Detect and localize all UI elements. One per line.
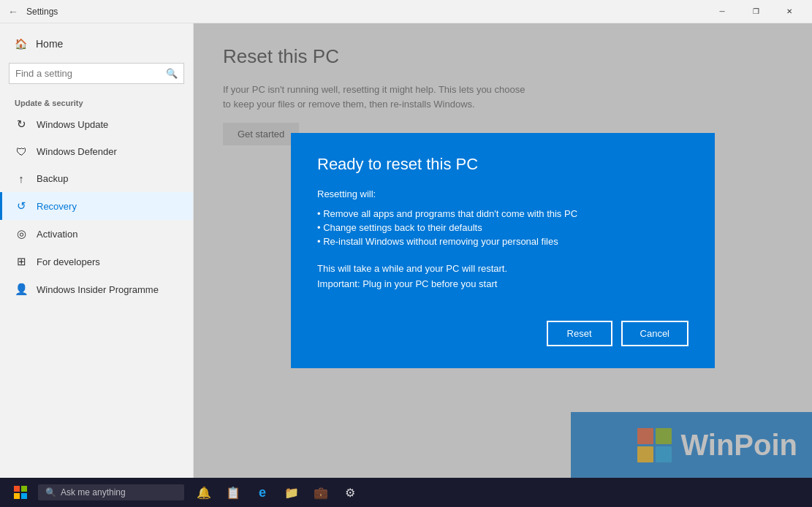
search-icon: 🔍 bbox=[160, 64, 183, 83]
developers-icon: ⊞ bbox=[15, 255, 28, 268]
start-button[interactable] bbox=[6, 478, 35, 507]
close-button[interactable]: ✕ bbox=[773, 0, 806, 23]
logo-square-blue bbox=[21, 493, 27, 499]
activation-icon: ◎ bbox=[15, 227, 28, 240]
dialog-buttons: Reset Cancel bbox=[317, 321, 688, 346]
restore-button[interactable]: ❐ bbox=[739, 0, 773, 23]
sidebar-item-recovery[interactable]: ↺ Recovery bbox=[0, 192, 193, 220]
windows-logo bbox=[14, 486, 27, 499]
dialog-note: This will take a while and your PC will … bbox=[317, 262, 688, 292]
taskbar-store-icon[interactable]: 💼 bbox=[307, 479, 335, 506]
taskbar-notification-icon[interactable]: 🔔 bbox=[190, 479, 218, 506]
list-item: Remove all apps and programs that didn't… bbox=[317, 207, 688, 221]
main-content: Reset this PC If your PC isn't running w… bbox=[194, 23, 812, 478]
logo-square-red bbox=[14, 486, 20, 492]
sidebar-item-backup[interactable]: ↑ Backup bbox=[0, 165, 193, 192]
update-icon: ↻ bbox=[15, 118, 28, 131]
insider-icon: 👤 bbox=[15, 283, 28, 296]
dialog-subtitle: Resetting will: bbox=[317, 188, 688, 199]
search-box[interactable]: 🔍 bbox=[9, 63, 184, 84]
sidebar-item-label: Activation bbox=[37, 229, 77, 240]
sidebar-item-label: Windows Insider Programme bbox=[37, 284, 159, 295]
sidebar-item-label: Backup bbox=[37, 173, 68, 184]
taskbar-search[interactable]: 🔍 Ask me anything bbox=[38, 484, 184, 500]
logo-square-green bbox=[21, 486, 27, 492]
taskbar-search-label: Ask me anything bbox=[61, 487, 126, 498]
list-item: Re-install Windows without removing your… bbox=[317, 235, 688, 248]
dialog-title: Ready to reset this PC bbox=[317, 155, 688, 174]
taskbar-edge-icon[interactable]: e bbox=[248, 479, 276, 506]
reset-button[interactable]: Reset bbox=[547, 321, 612, 346]
section-label: Update & security bbox=[0, 90, 193, 110]
sidebar: 🏠 Home 🔍 Update & security ↻ Windows Upd… bbox=[0, 23, 194, 478]
sidebar-item-label: For developers bbox=[37, 256, 100, 267]
sidebar-item-home[interactable]: 🏠 Home bbox=[0, 31, 193, 57]
sidebar-item-label: Recovery bbox=[37, 201, 77, 212]
cancel-button[interactable]: Cancel bbox=[621, 321, 688, 346]
title-bar: ← Settings ─ ❐ ✕ bbox=[0, 0, 812, 23]
sidebar-item-for-developers[interactable]: ⊞ For developers bbox=[0, 248, 193, 275]
dialog-note-line2: Important: Plug in your PC before you st… bbox=[317, 278, 497, 289]
back-button[interactable]: ← bbox=[6, 4, 20, 19]
list-item: Change settings back to their defaults bbox=[317, 221, 688, 235]
app-body: 🏠 Home 🔍 Update & security ↻ Windows Upd… bbox=[0, 23, 812, 478]
sidebar-item-label: Windows Defender bbox=[37, 146, 117, 157]
title-bar-left: ← Settings bbox=[6, 4, 58, 19]
backup-icon: ↑ bbox=[15, 172, 28, 185]
taskbar: 🔍 Ask me anything 🔔 📋 e 📁 💼 ⚙ bbox=[0, 478, 812, 507]
home-label: Home bbox=[36, 38, 63, 50]
taskbar-search-icon: 🔍 bbox=[45, 487, 56, 498]
window-controls: ─ ❐ ✕ bbox=[705, 0, 806, 23]
reset-dialog: Ready to reset this PC Resetting will: R… bbox=[291, 133, 715, 369]
taskbar-settings-icon[interactable]: ⚙ bbox=[336, 479, 364, 506]
taskbar-task-view-icon[interactable]: 📋 bbox=[219, 479, 247, 506]
dialog-list: Remove all apps and programs that didn't… bbox=[317, 207, 688, 248]
taskbar-icons: 🔔 📋 e 📁 💼 ⚙ bbox=[190, 479, 364, 506]
minimize-button[interactable]: ─ bbox=[705, 0, 739, 23]
sidebar-item-label: Windows Update bbox=[37, 119, 108, 130]
defender-icon: 🛡 bbox=[15, 145, 28, 158]
recovery-icon: ↺ bbox=[15, 199, 28, 213]
modal-overlay: Ready to reset this PC Resetting will: R… bbox=[194, 23, 812, 478]
sidebar-item-windows-defender[interactable]: 🛡 Windows Defender bbox=[0, 138, 193, 165]
logo-square-yellow bbox=[14, 493, 20, 499]
sidebar-item-windows-insider[interactable]: 👤 Windows Insider Programme bbox=[0, 275, 193, 303]
window-title: Settings bbox=[26, 7, 58, 17]
search-input[interactable] bbox=[10, 64, 160, 83]
sidebar-item-windows-update[interactable]: ↻ Windows Update bbox=[0, 110, 193, 138]
dialog-note-line1: This will take a while and your PC will … bbox=[317, 263, 507, 274]
home-icon: 🏠 bbox=[15, 38, 27, 50]
taskbar-explorer-icon[interactable]: 📁 bbox=[278, 479, 306, 506]
sidebar-item-activation[interactable]: ◎ Activation bbox=[0, 220, 193, 248]
